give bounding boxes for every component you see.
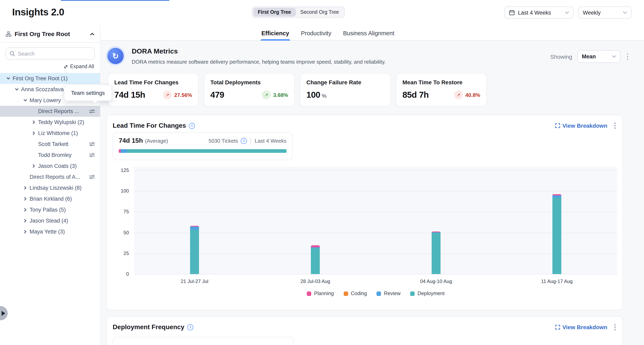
collapse-sidebar-chevron-up-icon[interactable]: [90, 32, 94, 36]
main-content: EfficiencyProductivityBusiness Alignment…: [101, 26, 644, 345]
chevron-down-icon[interactable]: [23, 98, 28, 103]
chevron-right-icon[interactable]: [23, 196, 28, 201]
chevron-right-icon[interactable]: [23, 207, 28, 212]
team-settings-icon[interactable]: [89, 109, 95, 114]
aggregation-value: Mean: [582, 54, 612, 60]
team-settings-icon[interactable]: [89, 152, 95, 158]
summary-qualifier: (Average): [145, 138, 168, 144]
chevron-right-icon[interactable]: [31, 164, 36, 168]
info-icon[interactable]: i: [189, 123, 195, 129]
dora-subtitle: DORA metrics measure software delivery p…: [132, 59, 386, 65]
chevron-down-icon[interactable]: [14, 87, 19, 92]
deployment-frequency-kebab-menu[interactable]: [613, 323, 617, 332]
bar-segment-review: [190, 227, 199, 230]
y-tick-label: 100: [113, 188, 129, 194]
trend-up-arrow-icon: ↗: [163, 90, 172, 99]
legend-swatch: [410, 291, 415, 296]
legend-label: Coding: [351, 291, 367, 296]
tree-item-label: Jason Coats (3): [38, 163, 95, 169]
view-breakdown-link[interactable]: View Breakdown: [555, 324, 607, 330]
stat-card: Change Failure Rate100%: [300, 73, 391, 106]
legend-swatch: [344, 291, 348, 296]
tree-item[interactable]: Maya Yette (3): [0, 226, 100, 237]
legend-item-planning: Planning: [307, 291, 334, 296]
sidebar-expand-handle[interactable]: [0, 306, 8, 320]
org-tree-toggle-option[interactable]: Second Org Tree: [296, 8, 343, 16]
x-tick-label: 04 Aug-10 Aug: [420, 278, 452, 284]
tree-item[interactable]: Direct Reports of A...: [0, 172, 100, 182]
tree-item-label: Brian Kirkland (6): [30, 196, 95, 202]
tree-item[interactable]: Brian Kirkland (6): [0, 194, 100, 204]
gridline: [134, 274, 617, 274]
search-input[interactable]: Search: [6, 48, 95, 60]
expand-all-button[interactable]: Expand All: [64, 64, 94, 69]
chevron-right-icon[interactable]: [23, 229, 28, 234]
search-icon: [10, 51, 15, 56]
tab-business-alignment[interactable]: Business Alignment: [343, 26, 394, 40]
stat-card: Mean Time To Restore85d 7h↗40.8%: [396, 73, 487, 106]
view-breakdown-link[interactable]: View Breakdown: [555, 122, 607, 129]
tree-item[interactable]: Liz Whittome (1): [0, 128, 100, 139]
showing-label: Showing: [550, 53, 572, 60]
lead-time-kebab-menu[interactable]: [613, 122, 617, 130]
tree-item-label: Maya Yette (3): [30, 229, 95, 235]
dora-controls: Showing Mean: [550, 50, 630, 63]
tree-item[interactable]: Scott Tarkett: [0, 139, 100, 150]
stat-card: Total Deployments479↗3.68%: [204, 73, 295, 106]
tree-item-label: Teddy Wylupski (2): [38, 119, 95, 125]
tree-item[interactable]: Lindsay Liszewski (8): [0, 182, 100, 194]
caret-right-icon: [2, 311, 5, 316]
phase-segment-planning: [119, 149, 121, 153]
tree-item[interactable]: Teddy Wylupski (2): [0, 117, 100, 128]
gridline: [134, 170, 617, 171]
tree-item[interactable]: First Org Tree Root (1): [0, 73, 100, 84]
tabs: EfficiencyProductivityBusiness Alignment: [262, 26, 394, 40]
tree-item[interactable]: Jason Coats (3): [0, 160, 100, 172]
trend-up-arrow-icon: ↗: [454, 90, 463, 99]
chevron-down-icon: [612, 55, 616, 58]
stat-card-delta: ↗40.8%: [454, 90, 480, 99]
granularity-value: Weekly: [583, 10, 620, 16]
chevron-right-icon[interactable]: [23, 218, 28, 223]
tree-item[interactable]: Tony Pallas (5): [0, 204, 100, 215]
tree-item[interactable]: Jason Stead (4): [0, 215, 100, 226]
lead-time-card-header: Lead Time For Changes i View Breakdown: [113, 120, 617, 131]
stat-card-delta-pct: 27.56%: [174, 92, 192, 98]
chevron-right-icon[interactable]: [31, 120, 36, 125]
stat-card-title: Change Failure Rate: [306, 79, 384, 86]
tab-productivity[interactable]: Productivity: [301, 26, 331, 40]
bar-segment-deployment: [190, 230, 199, 274]
stat-card-unit: %: [322, 93, 326, 99]
gridline: [134, 232, 617, 233]
tree-item[interactable]: Direct Reports ...: [0, 106, 100, 117]
aggregation-select[interactable]: Mean: [577, 50, 620, 63]
team-settings-icon[interactable]: [89, 142, 95, 147]
org-tree-toggle-option[interactable]: First Org Tree: [253, 8, 296, 16]
tab-efficiency[interactable]: Efficiency: [262, 26, 289, 40]
org-tree-toggle[interactable]: First Org TreeSecond Org Tree: [252, 6, 345, 18]
legend-swatch: [307, 291, 311, 296]
legend-label: Deployment: [418, 291, 444, 296]
bar-2[interactable]: [311, 246, 320, 274]
bar-1[interactable]: [190, 226, 199, 274]
stat-card-title: Mean Time To Restore: [402, 79, 480, 86]
bar-3[interactable]: [432, 231, 440, 274]
bar-4[interactable]: [552, 194, 561, 274]
info-icon[interactable]: i: [187, 324, 193, 330]
date-range-select[interactable]: Last 4 Weeks: [504, 6, 574, 19]
y-tick-label: 75: [113, 209, 129, 215]
team-settings-icon[interactable]: [89, 174, 95, 180]
lead-time-card: Lead Time For Changes i View Breakdown 7…: [106, 115, 623, 310]
chevron-down-icon[interactable]: [6, 76, 10, 81]
chevron-right-icon[interactable]: [23, 186, 28, 190]
bar-segment-deployment: [311, 248, 320, 274]
info-icon[interactable]: i: [241, 138, 247, 144]
calendar-icon: [509, 10, 515, 16]
chevron-down-icon: [565, 11, 569, 14]
deployment-frequency-title: Deployment Frequency: [113, 324, 184, 331]
expand-corners-icon: [555, 123, 560, 128]
chevron-right-icon[interactable]: [31, 131, 36, 136]
tree-item[interactable]: Todd Bromley: [0, 150, 100, 160]
granularity-select[interactable]: Weekly: [578, 6, 632, 19]
dora-kebab-menu[interactable]: [626, 52, 630, 61]
